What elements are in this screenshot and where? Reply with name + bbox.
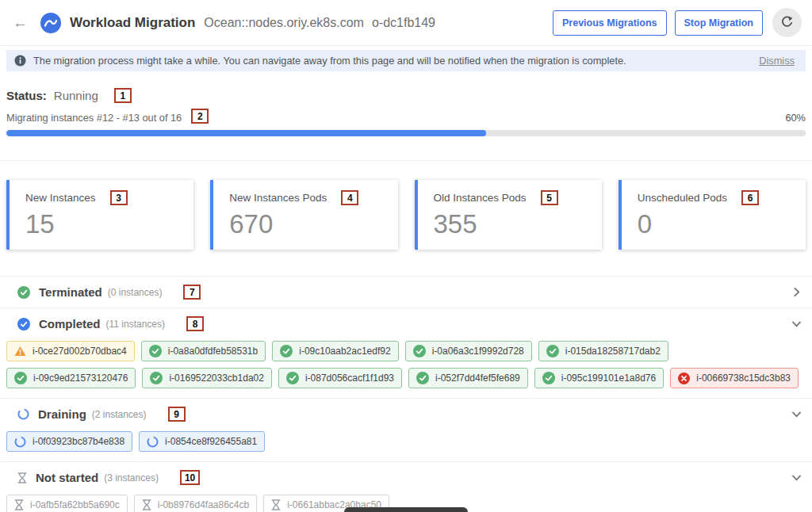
instance-chip: i-09c9ed21573120476 [6,368,136,388]
instance-chip: i-0f03923bc87b4e838 [6,431,132,452]
spinner-icon [147,436,159,448]
card-label: New Instances Pods [229,192,327,204]
progress-bar [6,130,806,136]
section-header[interactable]: Draining (2 instances) 9 [0,399,812,430]
instance-id: i-0a06a3c1f9992d728 [432,346,524,357]
chevron-down-icon[interactable] [791,319,802,329]
refresh-icon [780,15,794,31]
annotation-badge-1: 1 [114,88,132,103]
instance-id: i-0f03923bc87b4e838 [33,436,124,447]
section-header[interactable]: Completed (11 instances) 8 [0,308,812,339]
status-block: Status: Running 1 Migrating instances #1… [0,88,812,136]
instance-id: i-0ce27d002b70dbac4 [33,346,127,357]
ocean-logo-icon [40,13,61,33]
status-label: Status: [6,89,47,102]
section-header[interactable]: Not started (3 instances) 10 [0,462,812,493]
instance-chip: i-0a8a0dfdfeb58531b [141,341,266,361]
check-green-icon [416,372,429,384]
summary-cards: New Instances 3 15 New Instances Pods 4 … [6,180,806,250]
workload-migration-page: ← Workload Migration Ocean::nodes.oriy.e… [0,0,812,512]
instance-id: i-0a8a0dfdfeb58531b [168,346,258,357]
annotation-badge-10: 10 [180,470,200,485]
header-actions: Previous Migrations Stop Migration [545,8,802,37]
check-green-icon [280,345,293,357]
instance-id: i-087d056cacf1f1d93 [305,373,394,384]
hourglass-icon [142,499,151,510]
banner-text: The migration process might take a while… [33,55,626,67]
instance-section: Completed (11 instances) 8 i-0ce27d002b7… [0,308,812,399]
check-blue-icon [17,318,30,331]
instance-id: i-0afb5fa62bb5a690c [30,499,120,510]
stop-migration-button[interactable]: Stop Migration [675,10,764,36]
instance-id: i-015da18258717dab2 [565,346,661,357]
refresh-button[interactable] [772,8,802,37]
check-green-icon [149,345,162,357]
instance-chip: i-015da18258717dab2 [538,341,668,361]
instance-chip: i-0169522033cb1da02 [142,368,271,388]
section-title: Draining [38,407,86,421]
instance-chip: i-0b8976d4faa86c4cb [134,495,257,512]
summary-card: New Instances Pods 4 670 [210,180,397,250]
info-banner: The migration process might take a while… [6,50,806,71]
section-title: Completed [39,317,101,331]
chip-list: i-0f03923bc87b4e838 i-0854ce8f926455a81 [0,430,812,461]
section-title: Terminated [39,285,102,299]
dismiss-link[interactable]: Dismiss [759,55,795,67]
hourglass-icon [14,499,24,510]
progress-percent: 60% [785,112,806,124]
card-value: 0 [638,209,793,239]
annotation-badge-5: 5 [541,190,558,205]
instance-chip: i-0ce27d002b70dbac4 [6,341,135,361]
hourglass-icon [17,472,27,483]
instance-section: Draining (2 instances) 9 i-0f03923bc87b4… [0,399,812,462]
instance-id: i-09c9ed21573120476 [33,373,128,384]
check-green-icon [542,372,555,384]
instance-chip: i-09c10aab2ac1edf92 [272,341,398,361]
hourglass-icon [271,499,281,510]
card-label: New Instances [25,192,96,204]
instance-id: i-09c10aab2ac1edf92 [299,346,390,357]
divider [0,160,812,161]
card-value: 15 [25,209,181,239]
instance-section: Not started (3 instances) 10 i-0afb5fa62… [0,462,812,512]
summary-card: Unscheduled Pods 6 0 [619,180,806,250]
chevron-down-icon[interactable] [791,472,802,483]
summary-card: New Instances 3 15 [6,180,193,250]
chip-list: i-0ce27d002b70dbac4 i-0a8a0dfdfeb58531b … [0,339,812,398]
page-header: ← Workload Migration Ocean::nodes.oriy.e… [0,0,812,46]
info-icon [14,55,26,67]
section-count: (3 instances) [104,472,159,483]
cluster-name: Ocean::nodes.oriy.ek8s.com [204,16,364,30]
instance-id: i-052f7dd4fef5fe689 [435,373,520,384]
annotation-badge-8: 8 [186,316,204,331]
back-arrow-icon[interactable]: ← [8,14,33,32]
section-title: Not started [36,471,98,484]
card-value: 670 [229,209,385,239]
card-label: Unscheduled Pods [638,192,727,204]
instance-id: i-00669738c15dc3b83 [696,373,791,384]
section-count: (0 instances) [108,287,163,298]
chevron-right-icon[interactable] [791,287,802,297]
spinner-icon [17,408,29,420]
instance-chip: i-052f7dd4fef5fe689 [408,368,528,388]
progress-bar-fill [6,130,486,136]
page-title: Workload Migration [70,15,195,31]
section-header[interactable]: Terminated (0 instances) 7 [0,277,812,308]
annotation-badge-4: 4 [341,190,358,205]
status-value: Running [54,89,98,102]
card-label: Old Instances Pods [434,192,527,204]
annotation-badge-3: 3 [110,190,128,205]
instance-id: i-0b8976d4faa86c4cb [158,499,249,510]
error-icon [678,373,690,384]
instance-chip: i-087d056cacf1f1d93 [278,368,402,388]
instance-chip: i-00669738c15dc3b83 [670,368,799,388]
check-green-icon [413,345,426,357]
previous-migrations-button[interactable]: Previous Migrations [553,10,666,36]
annotation-badge-2: 2 [191,109,209,124]
annotation-badge-6: 6 [741,190,759,205]
instance-chip: i-0854ce8f926455a81 [139,431,265,452]
chevron-down-icon[interactable] [791,409,802,419]
section-count: (11 instances) [106,319,165,330]
migrating-instances-text: Migrating instances #12 - #13 out of 16 [6,112,182,124]
instance-chip: i-0afb5fa62bb5a690c [6,495,128,512]
